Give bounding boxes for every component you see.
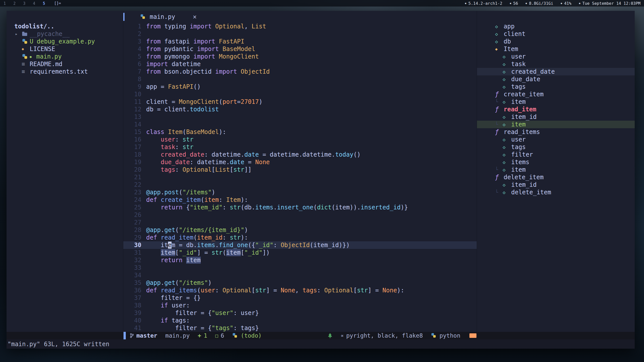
symbol-user[interactable]: ◇user [477, 136, 635, 143]
symbol-client[interactable]: ◇client [477, 30, 635, 38]
symbol-tags[interactable]: ◇tags [477, 83, 635, 90]
code-line-32[interactable]: 32 return item [123, 256, 477, 264]
code-line-15[interactable]: 15class Item(BaseModel): [123, 128, 477, 136]
symbol-due_date[interactable]: ◇due_date [477, 75, 635, 83]
code-line-25[interactable]: 25 return {"item_id": str(db.items.inser… [123, 204, 477, 211]
code-line-3[interactable]: 3from fastapi import FastAPI [123, 38, 477, 45]
tree-item-main.py[interactable]: ●main.py [7, 53, 123, 60]
workspace-3[interactable]: 3 [23, 1, 25, 6]
tree-item-LICENSE[interactable]: ◆LICENSE [7, 45, 123, 53]
code-line-1[interactable]: 1from typing import Optional, List [123, 23, 477, 30]
workspace-4[interactable]: 4 [33, 1, 35, 6]
code-line-12[interactable]: 12db = client.todolist [123, 106, 477, 113]
symbol-label: db [504, 38, 511, 45]
symbol-tags[interactable]: ◇tags [477, 143, 635, 151]
statusline-filename[interactable]: main.py [165, 332, 190, 339]
command-line[interactable]: "main.py" 63L, 1625C written [7, 339, 635, 349]
code-line-34[interactable]: 34 [123, 272, 477, 279]
tab-close-icon[interactable]: × [193, 13, 197, 21]
code-line-2[interactable]: 2 [123, 30, 477, 38]
status-module-text: Tue September 14 12:03PM [582, 1, 640, 6]
code-line-29[interactable]: 29def read_item(item_id: str): [123, 234, 477, 241]
symbol-Item[interactable]: ◆Item [477, 45, 635, 53]
code-line-8[interactable]: 8 [123, 75, 477, 83]
workspace-1[interactable]: 1 [4, 1, 6, 6]
symbol-item[interactable]: └◇item [477, 121, 635, 128]
scroll-progress-block[interactable] [469, 333, 476, 338]
folder-icon [22, 30, 30, 38]
code-line-41[interactable]: 41 filter = {"tags": tags} [123, 324, 477, 332]
symbol-app[interactable]: ◇app [477, 23, 635, 30]
symbol-item[interactable]: └◇item [477, 166, 635, 173]
symbol-item_id[interactable]: ◇item_id [477, 181, 635, 189]
symbol-create_item[interactable]: ƒcreate_item [477, 90, 635, 98]
symbol-task[interactable]: ◇task [477, 60, 635, 68]
code-line-9[interactable]: 9app = FastAPI() [123, 83, 477, 90]
symbol-delete_item[interactable]: ƒdelete_item [477, 173, 635, 181]
code-line-7[interactable]: 7from bson.objectid import ObjectId [123, 68, 477, 75]
code-line-11[interactable]: 11client = MongoClient(port=27017) [123, 98, 477, 106]
tree-item-requirements.txt[interactable]: ≡requirements.txt [7, 68, 123, 75]
code-line-13[interactable]: 13 [123, 113, 477, 121]
git-status-letter: U [30, 38, 37, 45]
code-line-36[interactable]: 36def read_items(user: Optional[str] = N… [123, 287, 477, 294]
editor-column: main.py × 1from typing import Optional, … [123, 11, 477, 332]
code-line-10[interactable]: 10 [123, 90, 477, 98]
code-line-6[interactable]: 6import datetime [123, 60, 477, 68]
code-line-33[interactable]: 33 [123, 264, 477, 272]
file-label: debug_example.py [37, 38, 95, 45]
code-line-26[interactable]: 26 [123, 211, 477, 219]
tree-item-debug_example.py[interactable]: Udebug_example.py [7, 38, 123, 45]
code-line-30[interactable]: 30 item = db.items.find_one({"_id": Obje… [123, 241, 477, 249]
code-line-37[interactable]: 37 filter = {} [123, 294, 477, 302]
code-line-19[interactable]: 19 due_date: datetime.date = None [123, 158, 477, 166]
code-line-23[interactable]: 23@app.post("/items") [123, 189, 477, 196]
line-number: 4 [123, 45, 146, 53]
code-line-39[interactable]: 39 filter = {"user": user} [123, 309, 477, 317]
code-line-14[interactable]: 14 [123, 121, 477, 128]
var-icon: ◇ [495, 31, 504, 37]
symbol-items[interactable]: ◇items [477, 158, 635, 166]
lsp-icon: ∝ [341, 333, 344, 339]
symbol-created_date[interactable]: ◇created_date [477, 68, 635, 75]
code-line-38[interactable]: 38 if user: [123, 302, 477, 309]
code-line-18[interactable]: 18 created_date: datetime.date = datetim… [123, 151, 477, 158]
symbol-read_item[interactable]: ƒread_item [477, 106, 635, 113]
status-module-text: 8.8Gi/31Gi [529, 1, 553, 6]
code-line-21[interactable]: 21 [123, 173, 477, 181]
code-line-31[interactable]: 31 item["_id"] = str(item["_id"]) [123, 249, 477, 256]
code-line-20[interactable]: 20 tags: Optional[List[str]] [123, 166, 477, 173]
python-icon [22, 38, 30, 45]
tree-item-__pycache__[interactable]: ▸__pycache__ [7, 30, 123, 38]
tree-item-README.md[interactable]: ≡README.md [7, 60, 123, 68]
code-line-17[interactable]: 17 task: str [123, 143, 477, 151]
code-line-5[interactable]: 5from pymongo import MongoClient [123, 53, 477, 60]
code-line-27[interactable]: 27 [123, 219, 477, 226]
workspace-list: 12345 [4, 1, 53, 6]
code-line-28[interactable]: 28@app.get("/items/{item_id}") [123, 226, 477, 234]
code-line-16[interactable]: 16 user: str [123, 136, 477, 143]
symbol-item[interactable]: └◇item [477, 98, 635, 106]
expand-arrow-icon[interactable]: ▸ [15, 31, 22, 36]
statusline: master main.py + 1 □ 6 (todo) [124, 332, 476, 339]
tab-main-py[interactable]: main.py × [140, 13, 197, 21]
symbol-filter[interactable]: ◇filter [477, 151, 635, 158]
symbol-db[interactable]: ◇db [477, 38, 635, 45]
filetree-root[interactable]: todolist/.. [7, 23, 123, 30]
workspace-5[interactable]: 5 [43, 1, 45, 6]
symbol-read_items[interactable]: ƒread_items [477, 128, 635, 136]
file-label: requirements.txt [30, 68, 88, 75]
code-line-22[interactable]: 22 [123, 181, 477, 189]
code-line-40[interactable]: 40 if tags: [123, 317, 477, 324]
var-icon: ◇ [503, 122, 511, 127]
code-line-24[interactable]: 24def create_item(item: Item): [123, 196, 477, 204]
code-line-4[interactable]: 4from pydantic import BaseModel [123, 45, 477, 53]
workspace-2[interactable]: 2 [13, 1, 16, 6]
line-number: 28 [123, 226, 146, 234]
git-branch[interactable]: master [130, 332, 157, 339]
symbol-delete_item[interactable]: └◇delete_item [477, 189, 635, 196]
symbol-user[interactable]: ◇user [477, 53, 635, 60]
code-line-35[interactable]: 35@app.get("/items") [123, 279, 477, 287]
symbol-item_id[interactable]: ◇item_id [477, 113, 635, 121]
venv-label: (todo) [241, 332, 262, 339]
